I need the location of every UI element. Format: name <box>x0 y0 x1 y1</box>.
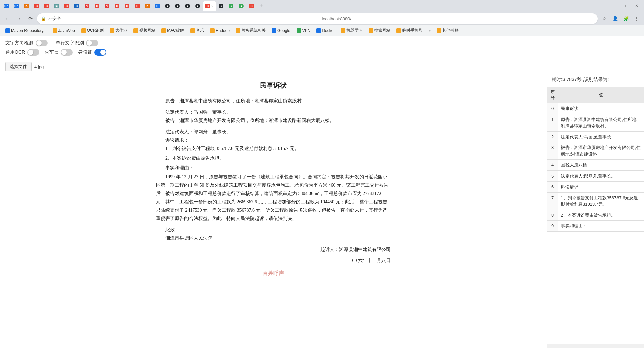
bookmark-google[interactable]: Google <box>269 27 293 34</box>
tab-18[interactable]: ● <box>172 1 182 11</box>
watermark: 百姓呼声 <box>156 269 391 278</box>
row-val: 民事诉状 <box>558 103 644 114</box>
tab-23[interactable]: ● <box>226 1 236 11</box>
tab-4[interactable]: C <box>32 1 42 11</box>
tab-10[interactable]: C <box>92 1 102 11</box>
doc-para-0: 原告：湘潭县湘中建筑有限公司，住所地：湘潭县谭家山镇索股村， <box>156 97 391 105</box>
bookmark-star-button[interactable]: ☆ <box>600 14 609 23</box>
tab-25[interactable]: C <box>246 1 256 11</box>
doc-para-11: 起诉人：湘潭县湘中建筑有限公司 <box>156 245 391 254</box>
content-area: 民事诉状 原告：湘潭县湘中建筑有限公司，住所地：湘潭县谭家山镇索股村， 法定代表… <box>0 73 644 348</box>
row-seq: 3 <box>547 142 558 160</box>
bookmark-search[interactable]: 搜索网站 <box>366 27 393 34</box>
forward-button[interactable]: → <box>14 14 23 23</box>
tab-favicon-20: ● <box>195 4 200 8</box>
tab-6[interactable]: ▣ <box>52 1 62 11</box>
tab-favicon-17: ● <box>165 4 170 8</box>
tab-14[interactable]: C <box>132 1 142 11</box>
tab-20[interactable]: ● <box>193 1 203 11</box>
single-line-toggle[interactable] <box>86 40 98 46</box>
tab-5[interactable]: C <box>42 1 52 11</box>
tab-13[interactable]: C <box>122 1 132 11</box>
reload-button[interactable]: ⟳ <box>25 14 35 23</box>
train-ticket-toggle[interactable] <box>61 49 73 56</box>
document-content: 民事诉状 原告：湘潭县湘中建筑有限公司，住所地：湘潭县谭家山镇索股村， 法定代表… <box>156 79 391 341</box>
extension-button[interactable]: 🧩 <box>621 14 631 23</box>
row-seq: 6 <box>547 182 558 193</box>
tab-favicon-3: b <box>24 4 29 8</box>
tab-22[interactable]: ● <box>216 1 226 11</box>
train-ticket-toggle-wrap: 火车票 <box>45 49 73 56</box>
main-content: 文字方向检测 单行文字识别 通用OCR 火车票 身份证 <box>0 36 644 348</box>
bookmark-phone[interactable]: 临时手机号 <box>394 27 425 34</box>
tab-1[interactable]: On <box>1 1 11 11</box>
tab-17[interactable]: ● <box>162 1 172 11</box>
table-row: 5 法定代表人:郎网舟,董事长。 <box>547 170 644 182</box>
tab-19[interactable]: ● <box>182 1 193 11</box>
profile-button[interactable]: 👤 <box>610 14 620 23</box>
bookmark-others[interactable]: 其他书签 <box>434 27 461 34</box>
table-row: 6 诉讼请求: <box>547 182 644 193</box>
tab-2[interactable]: On <box>11 1 21 11</box>
maximize-button[interactable]: □ <box>622 1 631 11</box>
tab-close-active[interactable]: × <box>211 4 213 8</box>
doc-para-2: 被告：湘潭市华厦房地产开发有限公司，位所地：湘潭市建设路新国税大厦八楼。 <box>156 116 391 125</box>
general-ocr-toggle-wrap: 通用OCR <box>5 49 39 56</box>
tab-active[interactable]: C × <box>203 1 216 11</box>
address-input-wrap[interactable]: 🔒 不安全 localhost:8080/... <box>37 13 598 24</box>
bookmark-ml[interactable]: 机器学习 <box>338 27 365 34</box>
new-tab-button[interactable]: + <box>256 1 266 11</box>
tab-15[interactable]: b <box>142 1 152 11</box>
bookmark-mac[interactable]: MAC破解 <box>159 27 187 34</box>
bookmark-vpn[interactable]: VPN <box>294 27 313 34</box>
choose-file-button[interactable]: 选择文件 <box>5 62 32 71</box>
tab-11[interactable]: 简 <box>102 1 112 11</box>
tab-9[interactable]: 简 <box>82 1 92 11</box>
id-card-toggle-wrap: 身份证 <box>78 49 106 56</box>
tab-favicon-7: C <box>64 4 69 8</box>
bookmark-music[interactable]: 音乐 <box>187 27 207 34</box>
row-seq: 8 <box>547 210 558 221</box>
bookmark-video[interactable]: 视频网站 <box>131 27 158 34</box>
address-right-controls: ☆ 👤 🧩 ⋮ <box>600 14 641 23</box>
bookmark-ocr[interactable]: OCR识别 <box>78 27 107 34</box>
tab-16[interactable]: C <box>152 1 162 11</box>
insecure-label: 不安全 <box>48 16 320 22</box>
bookmark-label-phone: 临时手机号 <box>402 28 422 33</box>
tab-favicon-13: C <box>125 4 129 8</box>
bookmark-label-ocr: OCR识别 <box>87 28 104 33</box>
horizontal-scrollbar[interactable] <box>547 344 644 348</box>
bookmark-icon-ocr <box>81 28 86 33</box>
close-window-button[interactable]: × <box>632 1 641 11</box>
bookmark-icon-maven <box>5 28 10 33</box>
minimize-button[interactable]: ─ <box>612 1 621 11</box>
text-direction-toggle[interactable] <box>36 40 48 46</box>
row-val: 被告：湘潭市华厦房地产开发有限公司,住所地:湘潭市建设路 <box>558 142 644 160</box>
bookmark-maven[interactable]: Maven Repository... <box>3 27 49 34</box>
menu-button[interactable]: ⋮ <box>632 14 641 23</box>
tab-8[interactable]: C <box>72 1 82 11</box>
bookmark-docker[interactable]: Docker <box>314 27 337 34</box>
bookmark-more[interactable]: » <box>426 27 433 34</box>
row-val: 诉讼请求: <box>558 182 644 193</box>
id-card-toggle[interactable] <box>94 49 106 56</box>
general-ocr-toggle[interactable] <box>27 49 39 56</box>
results-header: 耗时:3.7837秒 ,识别结果为: <box>547 73 644 87</box>
tab-favicon-6: ▣ <box>54 4 59 8</box>
bookmark-jiaowu[interactable]: 教务系统相关 <box>233 27 268 34</box>
bookmark-javaweb[interactable]: JavaWeb <box>50 27 78 34</box>
table-row: 9 事实和理由： <box>547 221 644 232</box>
tab-7[interactable]: C <box>62 1 72 11</box>
tab-24[interactable]: ● <box>236 1 246 11</box>
table-row: 1 原告：湘潭县湘中建筑有限公司,住所地:湘潭县谭家山镇索股村。 <box>547 114 644 131</box>
lock-icon: 🔒 <box>41 16 46 21</box>
single-line-toggle-wrap: 单行文字识别 <box>56 40 98 46</box>
results-table-wrap[interactable]: 序号 值 0 民事诉状 1 原告：湘潭县湘中建筑有限公司,住所地:湘潭县谭家山镇… <box>547 87 644 344</box>
tab-12[interactable]: C <box>112 1 122 11</box>
row-val: 原告：湘潭县湘中建筑有限公司,住所地:湘潭县谭家山镇索股村。 <box>558 114 644 131</box>
back-button[interactable]: ← <box>3 14 12 23</box>
tab-3[interactable]: b <box>21 1 32 11</box>
bookmark-hadoop[interactable]: Hadoop <box>207 27 232 34</box>
controls-row1: 文字方向检测 单行文字识别 <box>5 40 639 46</box>
bookmark-dazuoye[interactable]: 大作业 <box>107 27 130 34</box>
